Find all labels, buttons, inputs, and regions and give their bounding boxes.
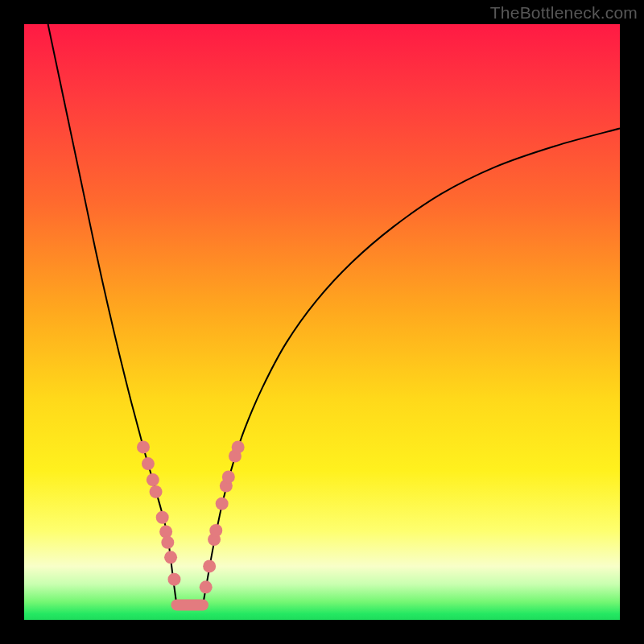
data-point bbox=[167, 573, 180, 586]
data-point bbox=[164, 551, 177, 564]
data-point bbox=[147, 473, 159, 486]
data-point bbox=[232, 440, 245, 453]
data-point bbox=[203, 559, 216, 572]
data-point bbox=[200, 580, 213, 593]
data-point bbox=[216, 497, 229, 510]
scatter-points bbox=[137, 440, 245, 593]
data-point bbox=[161, 536, 174, 549]
data-point bbox=[156, 511, 169, 524]
data-point bbox=[137, 440, 150, 453]
plot-area bbox=[24, 24, 620, 620]
data-point bbox=[159, 525, 172, 538]
data-point bbox=[150, 485, 163, 498]
curve-right-arm bbox=[203, 129, 620, 605]
chart-svg bbox=[24, 24, 620, 620]
data-point bbox=[209, 524, 222, 537]
watermark-text: TheBottleneck.com bbox=[490, 3, 638, 23]
data-point bbox=[142, 457, 155, 470]
chart-frame: TheBottleneck.com bbox=[0, 0, 644, 644]
data-point bbox=[222, 470, 235, 483]
